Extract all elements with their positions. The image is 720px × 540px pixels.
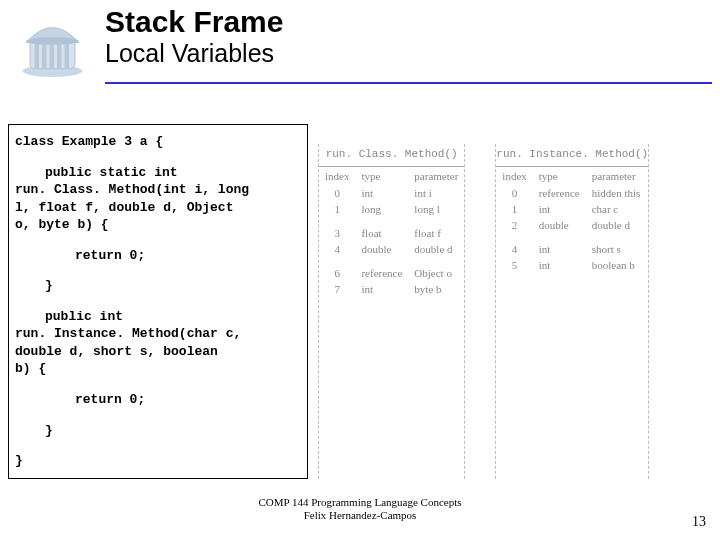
content-area: class Example 3 a { public static int ru… [0,84,720,479]
tables-area: run. Class. Method() index type paramete… [318,124,712,479]
slide-title: Stack Frame [105,5,720,38]
slide-subtitle: Local Variables [105,38,720,68]
table-row: 0referencehidden this [496,185,646,201]
svg-point-7 [26,37,79,45]
slide-header: Stack Frame Local Variables [0,0,720,80]
locals-table-right: index type parameter 0referencehidden th… [496,167,646,273]
footer-course: COMP 144 Programming Language Concepts [0,496,720,509]
code-line: run. Class. Method(int i, long [15,181,301,199]
table-row: 0intint i [319,185,464,201]
table-heading: run. Instance. Method() [496,144,648,166]
table-row: 7intbyte b [319,281,464,297]
col-index: index [496,167,532,185]
page-number: 13 [692,514,706,530]
table-row: 1intchar c [496,201,646,217]
table-row: 6referenceObject o [319,265,464,281]
footer-author: Felix Hernandez-Campos [0,509,720,522]
col-param: parameter [586,167,647,185]
code-line: } [15,452,301,470]
code-line: public static int [15,164,301,182]
table-row: 5intboolean b [496,257,646,273]
title-block: Stack Frame Local Variables [90,5,720,68]
class-method-table: run. Class. Method() index type paramete… [318,144,465,479]
col-type: type [355,167,408,185]
instance-method-table: run. Instance. Method() index type param… [495,144,649,479]
code-example-box: class Example 3 a { public static int ru… [8,124,308,479]
code-line: l, float f, double d, Object [15,199,301,217]
table-heading: run. Class. Method() [319,144,464,166]
code-line: class Example 3 a { [15,133,301,151]
code-line: o, byte b) { [15,216,301,234]
code-line: return 0; [15,247,301,265]
table-row: 4intshort s [496,241,646,257]
code-line: } [15,422,301,440]
table-row: 3floatfloat f [319,225,464,241]
col-type: type [533,167,586,185]
code-line: return 0; [15,391,301,409]
locals-table-left: index type parameter 0intint i 1longlong… [319,167,464,297]
col-index: index [319,167,355,185]
col-param: parameter [408,167,464,185]
table-row: 1longlong l [319,201,464,217]
code-line: run. Instance. Method(char c, [15,325,301,343]
table-row: 2doubledouble d [496,217,646,233]
table-header-row: index type parameter [319,167,464,185]
code-line: double d, short s, boolean [15,343,301,361]
well-logo-icon [15,5,90,80]
code-line: public int [15,308,301,326]
code-line: } [15,277,301,295]
code-line: b) { [15,360,301,378]
table-header-row: index type parameter [496,167,646,185]
slide-footer: COMP 144 Programming Language Concepts F… [0,496,720,522]
table-row: 4doubledouble d [319,241,464,257]
